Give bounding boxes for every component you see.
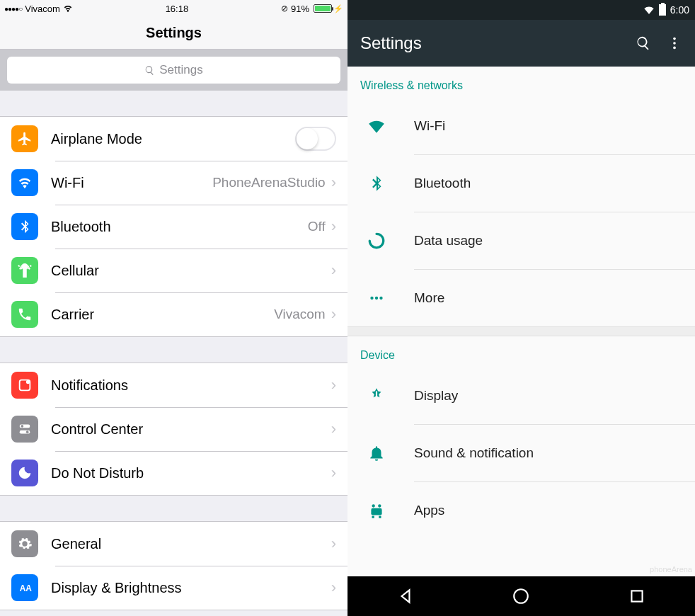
row-label: Bluetooth (51, 219, 308, 235)
row-detail: Off (308, 219, 326, 234)
section-header-wireless: Wireless & networks (348, 67, 695, 98)
row-airplane-mode[interactable]: Airplane Mode (0, 117, 348, 161)
row-label: Bluetooth (414, 176, 471, 191)
chevron-right-icon: › (331, 535, 336, 553)
ios-settings-screen: ●●●●○ Vivacom 16:18 ⊘ 91% ⚡ Settings Set… (0, 0, 348, 616)
svg-point-15 (372, 504, 375, 507)
chevron-right-icon: › (331, 376, 336, 394)
svg-point-14 (379, 297, 382, 300)
wifi-icon (360, 117, 393, 135)
row-general[interactable]: General › (0, 522, 348, 566)
clock-label: 6:00 (670, 4, 689, 16)
row-wifi[interactable]: Wi-Fi (348, 98, 695, 154)
chevron-right-icon: › (331, 173, 336, 192)
chevron-right-icon: › (331, 578, 336, 597)
android-appbar: Settings (348, 20, 695, 67)
notifications-icon (11, 372, 38, 399)
chevron-right-icon: › (331, 261, 336, 280)
row-label: Data usage (414, 233, 483, 249)
row-label: Wi-Fi (51, 175, 212, 191)
svg-point-11 (673, 47, 676, 50)
row-control-center[interactable]: Control Center › (0, 407, 348, 451)
settings-group-connectivity: Airplane Mode Wi-Fi PhoneArenaStudio › B… (0, 116, 348, 337)
row-label: Sound & notification (414, 445, 534, 461)
row-bluetooth[interactable]: Bluetooth (348, 155, 695, 212)
row-carrier[interactable]: Carrier Vivacom › (0, 292, 348, 336)
row-wifi[interactable]: Wi-Fi PhoneArenaStudio › (0, 161, 348, 205)
signal-dots-icon: ●●●●○ (4, 5, 22, 13)
row-label: Display & Brightness (51, 580, 331, 596)
svg-point-9 (673, 38, 676, 40)
row-label: Control Center (51, 421, 331, 438)
chevron-right-icon: › (331, 305, 336, 324)
row-label: Notifications (51, 377, 331, 394)
svg-point-3 (26, 380, 30, 384)
row-label: General (51, 536, 331, 552)
battery-percent: 91% (291, 4, 309, 14)
android-settings-screen: 6:00 Settings Wireless & networks Wi-Fi … (348, 0, 695, 616)
svg-rect-19 (379, 516, 381, 518)
row-label: More (414, 290, 444, 306)
row-display-brightness[interactable]: AA Display & Brightness › (0, 566, 348, 610)
svg-point-20 (515, 589, 529, 603)
row-detail: Vivacom (274, 307, 326, 322)
android-content: Wireless & networks Wi-Fi Bluetooth Data… (348, 67, 695, 576)
page-title: Settings (146, 25, 202, 41)
row-label: Apps (414, 503, 444, 518)
row-do-not-disturb[interactable]: Do Not Disturb › (0, 451, 348, 495)
ios-navbar: Settings (0, 17, 348, 50)
settings-group-notifications: Notifications › Control Center › Do Not … (0, 363, 348, 496)
nav-home-icon[interactable] (512, 587, 530, 605)
wifi-icon (643, 4, 655, 16)
battery-icon: ⚡ (312, 4, 343, 13)
row-cellular[interactable]: Cellular › (0, 249, 348, 292)
svg-point-10 (673, 42, 676, 45)
row-apps[interactable]: Apps (348, 482, 695, 539)
battery-icon (659, 4, 666, 16)
display-brightness-icon: AA (11, 574, 38, 601)
row-bluetooth[interactable]: Bluetooth Off › (0, 205, 348, 249)
chevron-right-icon: › (331, 217, 336, 236)
apps-icon (360, 501, 393, 520)
row-label: Wi-Fi (414, 118, 445, 134)
svg-point-13 (375, 297, 378, 300)
settings-group-general: General › AA Display & Brightness › (0, 521, 348, 610)
row-label: Do Not Disturb (51, 465, 331, 481)
row-more[interactable]: More (348, 270, 695, 326)
airplane-toggle[interactable] (295, 127, 336, 151)
row-label: Cellular (51, 263, 331, 279)
row-sound-notification[interactable]: Sound & notification (348, 425, 695, 481)
nav-back-icon[interactable] (396, 587, 415, 605)
bluetooth-icon (360, 174, 393, 193)
display-icon (360, 387, 393, 405)
wifi-icon (11, 169, 38, 196)
row-display[interactable]: Display (348, 367, 695, 424)
svg-text:AA: AA (20, 583, 33, 593)
row-data-usage[interactable]: Data usage (348, 212, 695, 269)
svg-point-12 (370, 297, 373, 300)
ios-status-bar: ●●●●○ Vivacom 16:18 ⊘ 91% ⚡ (0, 0, 348, 17)
search-bar-container: Settings (0, 50, 348, 91)
nav-recent-icon[interactable] (628, 587, 646, 605)
search-input[interactable]: Settings (7, 57, 340, 84)
row-notifications[interactable]: Notifications › (0, 363, 348, 407)
watermark: phoneArena (650, 565, 692, 574)
bell-icon (360, 444, 393, 462)
row-label: Airplane Mode (51, 131, 295, 147)
search-icon (144, 65, 155, 76)
phone-icon (11, 301, 38, 328)
orientation-lock-icon: ⊘ (281, 4, 288, 13)
row-label: Display (414, 388, 458, 404)
clock-label: 16:18 (166, 4, 189, 14)
section-header-device: Device (348, 336, 695, 367)
search-icon[interactable] (636, 35, 651, 51)
android-status-bar: 6:00 (348, 0, 695, 20)
chevron-right-icon: › (331, 420, 336, 438)
control-center-icon (11, 416, 38, 443)
svg-rect-18 (372, 516, 374, 518)
overflow-menu-icon[interactable] (667, 35, 682, 51)
airplane-icon (11, 125, 38, 152)
cellular-icon (11, 257, 38, 284)
android-navbar (348, 576, 695, 616)
svg-rect-21 (632, 591, 643, 601)
